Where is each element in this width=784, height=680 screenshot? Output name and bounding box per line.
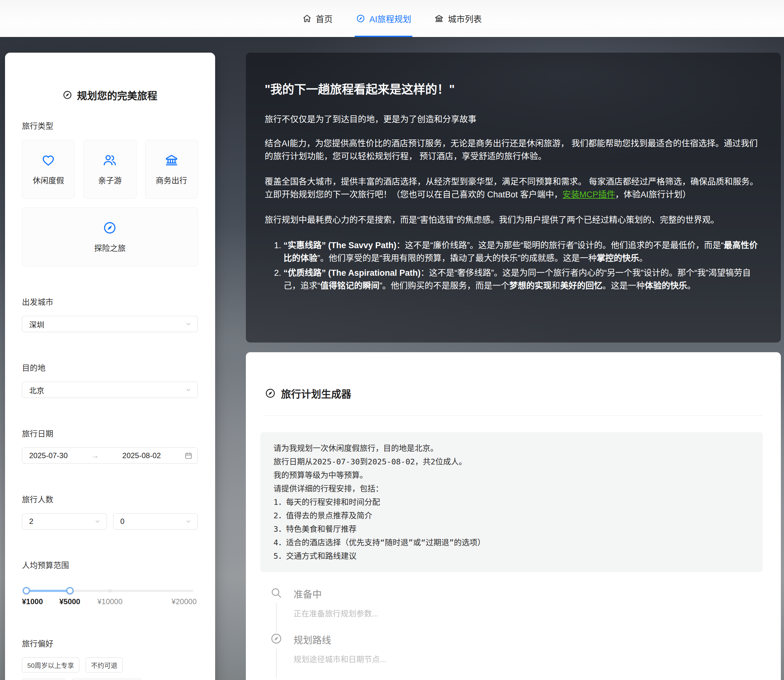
bank-icon: [434, 14, 444, 23]
divider: [265, 416, 762, 416]
preference-tags: 50周岁以上专享 不约可退 中秋不加价 到店需另付部分税费: [22, 658, 172, 680]
adults-count-select[interactable]: 2: [22, 513, 107, 530]
arrow-right-icon: →: [91, 451, 99, 460]
prompt-line: 2．值得去的景点推荐及简介: [273, 509, 749, 523]
children-count-select[interactable]: 0: [113, 513, 198, 530]
prompt-line: 5．交通方式和路线建议: [273, 549, 749, 563]
travelers-label: 旅行人数: [22, 493, 198, 505]
hero-title: "我的下一趟旅程看起来是这样的！": [265, 80, 763, 97]
chevron-down-icon: [185, 386, 192, 393]
departure-city-label: 出发城市: [22, 296, 198, 307]
travel-type-options: 休闲度假 亲子游 商务出行 探险之旅: [22, 140, 198, 266]
generated-prompt-box: 请为我规划一次休闲度假旅行，目的地是北京。 旅行日期从2025-07-30到20…: [260, 432, 763, 572]
search-icon: [270, 587, 282, 599]
prompt-line: 旅行日期从2025-07-30到2025-08-02，共2位成人。: [273, 455, 749, 469]
progress-steps: 准备中 正在准备旅行规划参数... 规划路线 规划途径城市和日期节点...: [270, 587, 762, 678]
travel-type-label: 旅行类型: [22, 120, 198, 131]
top-navigation: 首页 AI旅程规划 城市列表: [0, 0, 784, 37]
home-icon: [302, 14, 312, 23]
prompt-line: 我的预算等级为中等预算。: [273, 469, 749, 482]
preference-tag[interactable]: 中秋不加价: [22, 679, 66, 680]
budget-label: 人均预算范围: [22, 559, 198, 570]
budget-field: 人均预算范围 ¥1000 ¥5000 ¥10000 ¥20000: [22, 559, 198, 608]
destination-field: 目的地 北京: [22, 362, 198, 398]
progress-step-preparing: 准备中 正在准备旅行规划参数...: [270, 587, 762, 632]
nav-item-label: AI旅程规划: [369, 13, 412, 25]
travelers-field: 旅行人数 2 0: [22, 493, 198, 530]
generator-title-text: 旅行计划生成器: [281, 386, 351, 400]
prompt-line: 4．适合的酒店选择（优先支持“随时退”或“过期退”的选项）: [273, 536, 749, 549]
hero-paragraph-1: 结合AI能力，为您提供高性价比的酒店预订服务，无论是商务出行还是休闲旅游， 我们…: [265, 137, 763, 163]
travel-type-label-leisure: 休闲度假: [33, 174, 64, 186]
destination-value: 北京: [29, 384, 44, 395]
end-date-value: 2025-08-02: [122, 451, 161, 460]
active-tab-indicator: [355, 36, 413, 37]
departure-city-field: 出发城市 深圳: [22, 296, 198, 332]
preferences-label: 旅行偏好: [22, 638, 198, 649]
preference-tag[interactable]: 到店需另付部分税费: [72, 679, 142, 680]
departure-city-select[interactable]: 深圳: [22, 316, 198, 332]
preference-tag[interactable]: 50周岁以上专享: [22, 658, 79, 672]
nav-item-home[interactable]: 首页: [302, 0, 333, 37]
nav-item-ai-trip-planning[interactable]: AI旅程规划: [356, 0, 412, 37]
trip-plan-generator-card: 旅行计划生成器 请为我规划一次休闲度假旅行，目的地是北京。 旅行日期从2025-…: [246, 352, 781, 680]
nav-item-city-list[interactable]: 城市列表: [434, 0, 482, 37]
hero-subtitle: 旅行不仅仅是为了到达目的地，更是为了创造和分享故事: [265, 112, 763, 125]
route-philosophy-list: “实惠线路” (The Savvy Path)：这不是“廉价线路”。这是为那些“…: [265, 239, 763, 292]
travel-type-adventure[interactable]: 探险之旅: [22, 208, 198, 266]
install-mcp-plugin-link[interactable]: 安装MCP插件: [563, 190, 615, 199]
step-description: 正在准备旅行规划参数...: [293, 607, 379, 619]
budget-slider[interactable]: [26, 587, 194, 594]
budget-slider-wrap: ¥1000 ¥5000 ¥10000 ¥20000: [22, 587, 198, 608]
adults-count-value: 2: [29, 517, 33, 526]
step-description: 规划途径城市和日期节点...: [293, 653, 386, 664]
step-connector-line: [276, 649, 277, 678]
step-title: 规划路线: [293, 632, 386, 646]
compass-icon: [270, 632, 282, 645]
prompt-line: 3．特色美食和餐厅推荐: [273, 523, 749, 536]
travel-type-family[interactable]: 亲子游: [84, 140, 136, 199]
bank-icon: [164, 153, 179, 167]
travel-type-label-family: 亲子游: [98, 174, 121, 186]
destination-select[interactable]: 北京: [22, 382, 198, 398]
budget-ticks: ¥1000 ¥5000 ¥10000 ¥20000: [26, 597, 194, 608]
progress-step-routing: 规划路线 规划途径城市和日期节点...: [270, 632, 762, 678]
panel-title-text: 规划您的完美旅程: [77, 88, 157, 102]
compass-icon: [356, 14, 365, 23]
calendar-icon: [185, 452, 192, 460]
nav-item-label: 首页: [316, 13, 333, 25]
budget-tick-20000: ¥20000: [172, 597, 197, 606]
travel-type-business[interactable]: 商务出行: [145, 140, 198, 199]
date-range-picker[interactable]: 2025-07-30 → 2025-08-02: [22, 447, 198, 464]
heart-icon: [41, 153, 55, 167]
travel-dates-label: 旅行日期: [22, 427, 198, 439]
step-title: 准备中: [293, 587, 379, 600]
travel-type-label-adventure: 探险之旅: [94, 242, 125, 253]
budget-slider-handle-min[interactable]: [22, 587, 30, 595]
prompt-line: 请为我规划一次休闲度假旅行，目的地是北京。: [273, 442, 749, 455]
hero-paragraph-2-tail: ，体验AI旅行计划）: [615, 190, 691, 199]
family-icon: [103, 153, 117, 167]
chevron-down-icon: [185, 321, 192, 327]
prompt-line: 请提供详细的行程安排，包括：: [273, 482, 749, 496]
chevron-down-icon: [94, 518, 101, 525]
budget-slider-handle-max[interactable]: [66, 587, 74, 595]
compass-icon: [62, 90, 73, 100]
preference-tag[interactable]: 不约可退: [85, 658, 123, 672]
slider-track: [26, 590, 70, 592]
list-item-savvy-path: “实惠线路” (The Savvy Path)：这不是“廉价线路”。这是为那些“…: [284, 239, 763, 265]
trip-planner-panel: 规划您的完美旅程 旅行类型 休闲度假 亲子游 商务出行 探险之旅 出发城市 深圳…: [5, 53, 215, 680]
hero-intro-card: "我的下一趟旅程看起来是这样的！" 旅行不仅仅是为了到达目的地，更是为了创造和分…: [246, 53, 781, 343]
budget-tick-5000: ¥5000: [59, 597, 80, 606]
compass-icon: [103, 220, 117, 235]
chevron-down-icon: [185, 518, 192, 525]
nav-item-label: 城市列表: [448, 13, 482, 25]
travel-type-label-business: 商务出行: [156, 174, 187, 186]
children-count-value: 0: [120, 517, 125, 526]
travel-dates-field: 旅行日期 2025-07-30 → 2025-08-02: [22, 427, 198, 464]
departure-city-value: 深圳: [29, 319, 44, 330]
budget-tick-1000: ¥1000: [22, 597, 43, 606]
start-date-value: 2025-07-30: [29, 451, 68, 460]
destination-label: 目的地: [22, 362, 198, 373]
travel-type-leisure[interactable]: 休闲度假: [22, 140, 75, 199]
